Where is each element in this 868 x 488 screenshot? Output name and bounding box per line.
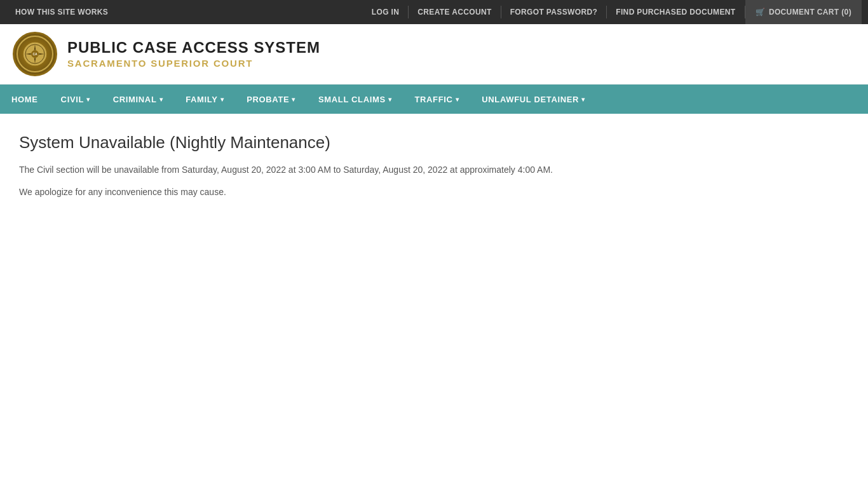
chevron-down-icon: ▾: [388, 96, 392, 103]
nav-label: FAMILY: [186, 95, 217, 104]
nav-item-civil[interactable]: CIVIL▾: [50, 85, 102, 114]
site-subtitle: SACRAMENTO SUPERIOR COURT: [67, 58, 320, 69]
how-this-site-works-link[interactable]: HOW THIS SITE WORKS: [6, 0, 117, 24]
chevron-down-icon: ▾: [220, 96, 224, 103]
main-content: System Unavailable (Nightly Maintenance)…: [0, 114, 763, 226]
page-title: System Unavailable (Nightly Maintenance): [19, 133, 743, 152]
find-document-link[interactable]: FIND PURCHASED DOCUMENT: [607, 0, 744, 24]
nav-item-family[interactable]: FAMILY▾: [174, 85, 235, 114]
chevron-down-icon: ▾: [159, 96, 163, 103]
maintenance-message-1: The Civil section will be unavailable fr…: [19, 163, 743, 177]
chevron-down-icon: ▾: [456, 96, 459, 103]
nav-label: TRAFFIC: [414, 95, 452, 104]
nav-label: UNLAWFUL DETAINER: [482, 95, 579, 104]
main-nav: HOMECIVIL▾CRIMINAL▾FAMILY▾PROBATE▾SMALL …: [0, 85, 868, 114]
nav-item-unlawful-detainer[interactable]: UNLAWFUL DETAINER▾: [470, 85, 597, 114]
cart-icon: 🛒: [756, 8, 765, 17]
nav-label: HOME: [11, 95, 38, 104]
site-title: PUBLIC CASE ACCESS SYSTEM: [67, 39, 320, 56]
top-bar: HOW THIS SITE WORKS LOG IN CREATE ACCOUN…: [0, 0, 868, 24]
nav-item-home[interactable]: HOME: [0, 85, 50, 114]
nav-item-traffic[interactable]: TRAFFIC▾: [403, 85, 470, 114]
chevron-down-icon: ▾: [581, 96, 585, 103]
create-account-link[interactable]: CREATE ACCOUNT: [409, 0, 500, 24]
document-cart-link[interactable]: 🛒 DOCUMENT CART (0): [745, 0, 862, 24]
nav-item-probate[interactable]: PROBATE▾: [235, 85, 307, 114]
log-in-link[interactable]: LOG IN: [363, 0, 409, 24]
header-text: PUBLIC CASE ACCESS SYSTEM SACRAMENTO SUP…: [67, 39, 320, 68]
nav-label: SMALL CLAIMS: [318, 95, 386, 104]
maintenance-message-2: We apologize for any inconvenience this …: [19, 185, 743, 199]
top-bar-left: HOW THIS SITE WORKS: [6, 0, 117, 24]
seal-svg: CA: [22, 41, 48, 67]
svg-text:CA: CA: [32, 52, 37, 56]
chevron-down-icon: ▾: [292, 96, 295, 103]
nav-item-small-claims[interactable]: SMALL CLAIMS▾: [307, 85, 403, 114]
nav-item-criminal[interactable]: CRIMINAL▾: [102, 85, 174, 114]
nav-label: CIVIL: [61, 95, 84, 104]
nav-label: PROBATE: [247, 95, 289, 104]
court-seal: CA: [13, 32, 57, 76]
site-header: CA PUBLIC CASE ACCESS SYSTEM SACRAMENTO …: [0, 24, 868, 85]
forgot-password-link[interactable]: FORGOT PASSWORD?: [501, 0, 607, 24]
top-bar-right: LOG IN CREATE ACCOUNT FORGOT PASSWORD? F…: [363, 0, 862, 24]
cart-label: DOCUMENT CART (0): [769, 8, 851, 17]
chevron-down-icon: ▾: [86, 96, 90, 103]
seal-inner: CA: [17, 36, 53, 72]
nav-label: CRIMINAL: [113, 95, 157, 104]
